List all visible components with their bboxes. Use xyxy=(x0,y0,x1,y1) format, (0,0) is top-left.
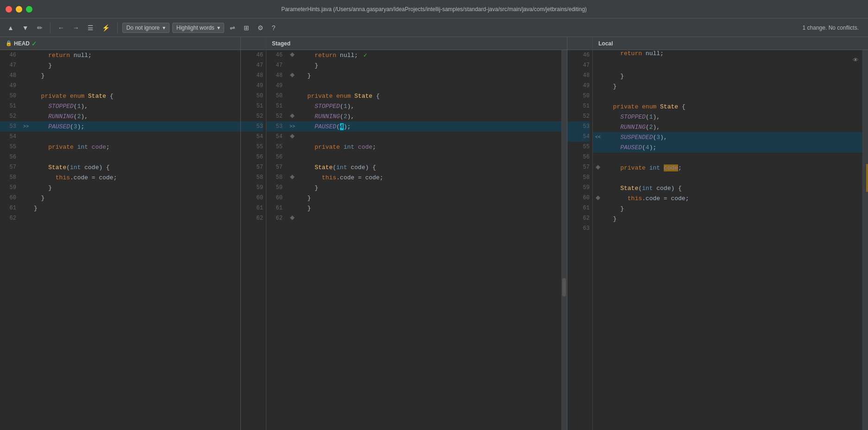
change-info: 1 change. No conflicts. xyxy=(803,25,859,31)
table-row: 51 STOPPED(1), xyxy=(266,101,567,111)
left-code-lines: 46 return null; 47 } 48 } xyxy=(0,50,240,223)
table-row xyxy=(593,91,868,101)
right-pane-header: Local xyxy=(593,37,868,50)
highlight-label: Highlight words xyxy=(176,25,214,31)
table-row: private enum State { xyxy=(593,101,868,112)
table-row: State(int code) { xyxy=(593,183,868,193)
table-row: 58 this.code = code; xyxy=(266,172,567,183)
table-row: PAUSED(4); xyxy=(593,142,868,152)
table-row: 56 xyxy=(266,152,567,162)
table-row: 48 } xyxy=(0,70,240,81)
table-row: 52 RUNNING(2), xyxy=(0,111,240,121)
svg-marker-0 xyxy=(290,52,295,57)
left-pane-title: HEAD xyxy=(14,40,30,47)
table-row: 59 } xyxy=(266,183,567,193)
table-row: 62 xyxy=(0,213,240,223)
table-row: } xyxy=(593,71,868,81)
ignore-chevron: ▾ xyxy=(163,25,165,31)
fwd-button[interactable]: → xyxy=(70,22,82,33)
table-row: 53 >> PAUSED(3); xyxy=(0,121,240,132)
table-row: } xyxy=(593,81,868,91)
table-row: 48 } xyxy=(266,70,567,81)
table-row: 54 xyxy=(0,132,240,142)
right-scrollbar[interactable] xyxy=(862,50,868,430)
table-row: 51 STOPPED(1), xyxy=(0,101,240,111)
change-marker xyxy=(866,164,868,192)
titlebar: ParameterHints.java (/Users/anna.gaspary… xyxy=(0,0,868,19)
right-pane-title: Local xyxy=(598,40,613,47)
table-row: private int code; xyxy=(593,163,868,173)
table-row: 53 >> PAUSED(4); xyxy=(266,121,567,132)
table-row: 50 private enum State { xyxy=(266,91,567,101)
table-row: } xyxy=(593,214,868,224)
back-button[interactable]: ← xyxy=(55,22,67,33)
center-pane-header: Staged xyxy=(266,37,567,50)
table-row: 46 return null; xyxy=(0,50,240,60)
table-row: 52 RUNNING(2), xyxy=(266,111,567,121)
table-row: 60 } xyxy=(0,193,240,203)
table-row: 47 } xyxy=(0,60,240,70)
highlight-dropdown[interactable]: Highlight words ▾ xyxy=(172,23,224,33)
close-button[interactable] xyxy=(6,6,12,13)
table-row: } xyxy=(593,203,868,214)
ignore-label: Do not ignore xyxy=(126,25,160,31)
right-pane: Local return null; 👁 } } xyxy=(593,37,868,430)
prev-change-button[interactable]: ▲ xyxy=(5,22,17,33)
svg-marker-4 xyxy=(290,175,295,179)
svg-marker-5 xyxy=(290,215,295,220)
columns-button[interactable]: ⊞ xyxy=(241,22,252,33)
left-line-nums: 46 47 48 49 50 51 52 53 54 55 56 57 58 5… xyxy=(241,37,266,430)
toolbar: ▲ ▼ ✏ ← → ☰ ⚡ Do not ignore ▾ Highlight … xyxy=(0,19,868,37)
minimize-button[interactable] xyxy=(16,6,22,13)
table-row xyxy=(593,234,868,244)
svg-marker-3 xyxy=(290,134,295,139)
highlight-chevron: ▾ xyxy=(217,25,220,31)
edit-button[interactable]: ✏ xyxy=(34,22,45,33)
table-row: 49 xyxy=(0,81,240,91)
center-pane-title: Staged xyxy=(272,40,290,47)
right-code-lines: return null; 👁 } } xyxy=(593,50,868,244)
table-row: 55 private int code; xyxy=(266,142,567,152)
table-row: 49 xyxy=(266,81,567,91)
table-row: 59 } xyxy=(0,183,240,193)
table-row: 61 } xyxy=(266,203,567,213)
table-row: 50 private enum State { xyxy=(0,91,240,101)
table-row: 57 State(int code) { xyxy=(266,162,567,172)
center-pane: Staged 46 return null; ✓ 47 } xyxy=(266,37,567,430)
balance-button[interactable]: ⇌ xyxy=(227,22,238,33)
center-scrollbar[interactable] xyxy=(561,50,567,430)
center-code-area[interactable]: 46 return null; ✓ 47 } 48 xyxy=(266,50,567,430)
maximize-button[interactable] xyxy=(26,6,32,13)
table-row: 57 State(int code) { xyxy=(0,162,240,172)
lock-icon: 🔒 xyxy=(6,40,12,46)
center-code-lines: 46 return null; ✓ 47 } 48 xyxy=(266,50,567,223)
settings-button[interactable]: ⚙ xyxy=(255,22,266,33)
menu-button[interactable]: ☰ xyxy=(85,22,96,33)
svg-marker-6 xyxy=(596,165,600,170)
svg-marker-2 xyxy=(290,114,295,118)
right-code-area[interactable]: return null; 👁 } } xyxy=(593,50,868,430)
help-button[interactable]: ? xyxy=(269,22,278,33)
magic-button[interactable]: ⚡ xyxy=(99,22,113,33)
table-row: this.code = code; xyxy=(593,193,868,203)
check-icon-left: ✓ xyxy=(31,40,37,47)
divider-2 xyxy=(117,23,118,33)
table-row xyxy=(593,152,868,163)
left-pane: 🔒 HEAD ✓ 46 return null; 47 } xyxy=(0,37,241,430)
table-row: STOPPED(1), xyxy=(593,112,868,122)
table-row: 56 xyxy=(0,152,240,162)
center-scrollbar-thumb[interactable] xyxy=(562,278,566,297)
next-change-button[interactable]: ▼ xyxy=(19,22,31,33)
left-code-area[interactable]: 46 return null; 47 } 48 } xyxy=(0,50,240,430)
main-area: 🔒 HEAD ✓ 46 return null; 47 } xyxy=(0,37,868,430)
table-row: 54 xyxy=(266,132,567,142)
table-row: RUNNING(2), xyxy=(593,122,868,132)
svg-marker-1 xyxy=(290,73,295,77)
table-row: 58 this.code = code; xyxy=(0,172,240,183)
table-row xyxy=(593,224,868,234)
table-row: 60 } xyxy=(266,193,567,203)
window-title: ParameterHints.java (/Users/anna.gaspary… xyxy=(281,6,587,13)
window-controls[interactable] xyxy=(6,6,32,13)
ignore-dropdown[interactable]: Do not ignore ▾ xyxy=(122,23,170,33)
table-row xyxy=(593,173,868,183)
